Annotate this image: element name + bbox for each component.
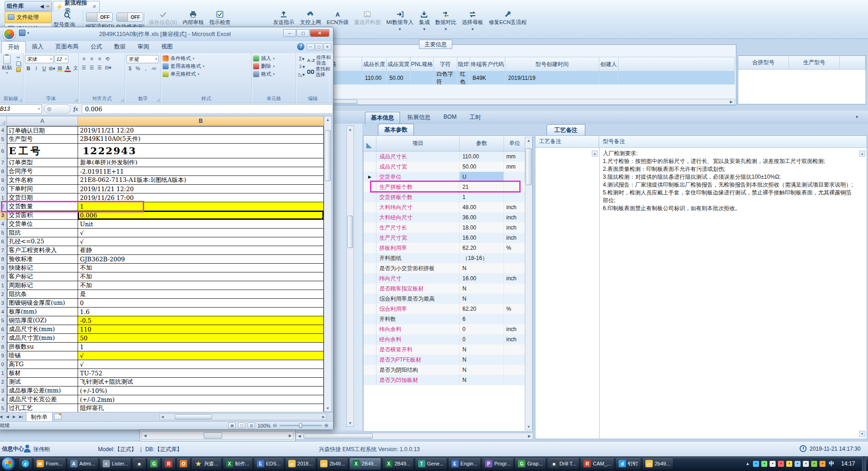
row-selector[interactable] [364, 151, 376, 162]
taskbar-item-app-dark[interactable]: ■ [132, 458, 146, 470]
tab-process-notes[interactable]: 工艺备注 [546, 124, 585, 136]
comma-icon[interactable]: , [142, 65, 149, 72]
taskbar-item-app-orange[interactable]: O [176, 458, 190, 470]
row-selector[interactable] [364, 263, 376, 273]
select-all-corner[interactable] [364, 136, 376, 151]
cell-value[interactable]: 2019/11/21 12:20 [78, 185, 324, 193]
row-header[interactable]: 7 [0, 158, 7, 167]
taskbar-item-Lister...[interactable]: ≡Lister... [99, 458, 131, 470]
cell-label[interactable]: 孔径<=0.25 [7, 237, 78, 246]
zoom-slider[interactable] [279, 425, 322, 426]
toolbar-button-8[interactable]: MI数据导入▼ [383, 9, 416, 31]
taskbar-item-制作...[interactable]: X制作... [223, 458, 253, 470]
row-header[interactable]: 3 [0, 386, 7, 395]
param-row[interactable]: 纬向尺寸16.00inch [364, 273, 525, 284]
cell-label[interactable]: 客户工程资料录入 [7, 246, 78, 255]
cell-value[interactable]: √ [78, 360, 324, 369]
dropdown-arrow-icon[interactable]: ▼ [398, 27, 402, 31]
row-selector[interactable] [364, 253, 376, 263]
cell-value[interactable]: (+/-0.2mm) [78, 395, 324, 404]
insert-cells-button[interactable]: 插入▾ [253, 55, 294, 62]
row-header[interactable]: 6 [0, 325, 7, 334]
param-value[interactable]: N [460, 284, 504, 294]
column-header-a[interactable]: A [7, 116, 78, 126]
taskbar-item-钉钉[interactable]: d钉钉 [615, 458, 641, 470]
delete-cells-button[interactable]: 删除▾ [253, 63, 294, 70]
row-header[interactable]: 7 [0, 334, 7, 343]
zoom-knob[interactable] [299, 423, 302, 428]
cell-value[interactable]: 1.6 [78, 308, 324, 316]
taskbar-item-2B49...[interactable]: X2B49... [349, 458, 381, 470]
cell-label[interactable]: 文件名称 [7, 176, 78, 185]
toolbar-button-10[interactable]: 数据对比▼ [432, 9, 459, 31]
taskbar-item-Gene...[interactable]: TGene... [415, 458, 447, 470]
cell-value[interactable]: 飞针测试+阻抗测试 [78, 378, 324, 386]
param-value[interactable]: （18-16） [460, 253, 504, 263]
cell-value[interactable]: 2019/11/26 17:00 [78, 193, 324, 202]
cell-label[interactable]: 拼板数su [7, 343, 78, 351]
row-header[interactable]: 8 [0, 167, 7, 176]
dropdown-arrow-icon[interactable]: ▼ [471, 27, 474, 31]
tab-basic-params[interactable]: 基本参数 [378, 124, 414, 135]
currency-icon[interactable]: $ [127, 65, 134, 72]
cell-value[interactable]: 不加 [78, 281, 324, 290]
scroll-left-icon[interactable]: ◀ [142, 434, 148, 438]
cell-label[interactable]: 喷锡 [7, 351, 78, 360]
auto-modify-toggle[interactable]: OFF [116, 12, 143, 22]
ribbon-tab-页面布局[interactable]: 页面布局 [49, 41, 85, 53]
fx-icon[interactable]: fx [73, 106, 78, 113]
row-selector[interactable] [364, 243, 376, 253]
scroll-thumb[interactable] [204, 432, 222, 439]
cell-label[interactable]: 高TG [7, 360, 78, 369]
sheet-tab-zhizuodan[interactable]: 制作单 [26, 412, 53, 422]
excel-vscrollbar[interactable]: ▲ ▼ [324, 116, 332, 412]
param-row[interactable]: 是否为PTFE板材N [364, 355, 525, 365]
align-right-icon[interactable]: ☰ [96, 64, 103, 71]
prev-sheet-icon[interactable]: ◀ [4, 415, 11, 419]
close-button[interactable]: ✕ [310, 29, 329, 37]
collapse-left-icon[interactable]: ◀ [40, 4, 44, 9]
param-row[interactable]: 纬向余料0inch [364, 324, 525, 334]
tabs-overflow-icon[interactable]: ▼ [855, 115, 859, 119]
param-value[interactable]: N [460, 355, 504, 365]
row-header[interactable]: 7 [0, 246, 7, 255]
scroll-left-icon[interactable]: ◀ [160, 415, 165, 419]
taskbar-item-2018...[interactable]: ▱2018... [285, 458, 316, 470]
scroll-up-icon[interactable]: ▲ [348, 126, 352, 133]
cell-label[interactable]: 生产型号 [7, 135, 78, 144]
cell-value[interactable]: (+/-10%) [78, 386, 324, 395]
param-row[interactable]: 经向余料0inch [364, 334, 525, 344]
start-button[interactable] [1, 457, 15, 471]
row-header[interactable]: 8 [0, 343, 7, 351]
param-row[interactable]: 综合利用率是否为最高N [364, 294, 525, 304]
param-row[interactable]: 综合利用率62.20% [364, 304, 525, 314]
help-button[interactable]: ? [297, 43, 304, 50]
zoom-in-icon[interactable]: ⊕ [324, 423, 328, 429]
cell-value[interactable]: 110 [78, 325, 324, 334]
excel-title-bar[interactable]: ▾ 2B49K110A0制作单.xls [兼容模式] - Microsoft E… [0, 27, 333, 41]
row-selector[interactable] [364, 284, 376, 294]
bold-button[interactable]: B [25, 65, 32, 72]
toolbar-button-9[interactable]: 集成▼ [416, 9, 432, 31]
ribbon-tab-公式[interactable]: 公式 [85, 41, 108, 53]
toolbar-button-5[interactable]: 文控上网 [297, 9, 324, 26]
insert-worksheet-icon[interactable] [54, 414, 61, 420]
param-row[interactable]: 是否顾客指定板材N [364, 284, 525, 294]
ribbon-tab-视图[interactable]: 视图 [155, 41, 179, 53]
cell-label[interactable]: 成品尺寸长(mm) [7, 325, 78, 334]
scroll-right-icon[interactable]: ▶ [526, 434, 533, 438]
cell-label[interactable]: 图镀铜镍金厚度(um) [7, 299, 78, 308]
clear-icon[interactable]: ◺▾ [297, 71, 306, 78]
cell-label[interactable]: 板厚(mm) [7, 308, 78, 316]
cell-value[interactable]: -0.5 [78, 316, 324, 325]
toolbar-button-6[interactable]: AECN升级 [324, 9, 351, 26]
taskbar-item-Drill T...[interactable]: ■Drill T... [547, 458, 579, 470]
param-row[interactable]: 生产尺寸长18.00inch [364, 223, 525, 233]
param-row[interactable]: 生产拼板个数21 [364, 182, 525, 192]
cell-value[interactable]: 不加 [78, 264, 324, 272]
zoom-out-icon[interactable]: ⊖ [273, 423, 277, 429]
toolbar-button-7[interactable]: 重选开料图 [352, 9, 384, 26]
row-header[interactable]: 5 [0, 229, 7, 237]
dialog-launcher-icon[interactable]: ◿ [157, 98, 160, 102]
taskbar-item-2B49...[interactable]: X2B49... [382, 458, 414, 470]
